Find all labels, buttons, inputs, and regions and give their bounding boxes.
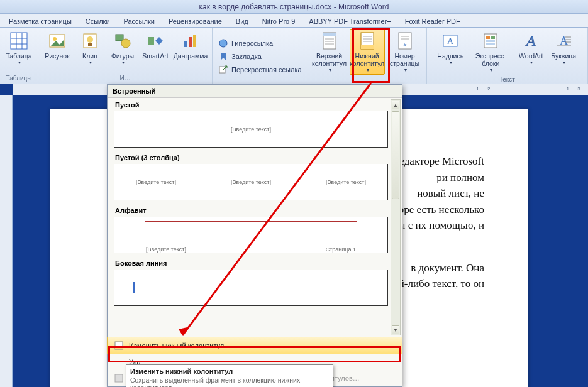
picture-button[interactable]: Рисунок bbox=[42, 29, 72, 62]
pagenum-button[interactable]: # Номер страницы▾ bbox=[387, 29, 423, 75]
quickparts-button[interactable]: Экспресс-блоки▾ bbox=[468, 29, 513, 75]
chevron-down-icon: ▾ bbox=[563, 60, 565, 65]
svg-rect-35 bbox=[486, 36, 490, 39]
option-alphabet[interactable]: [Введите текст] Страница 1 bbox=[114, 217, 388, 253]
dropcap-icon: A bbox=[553, 31, 574, 51]
option-blank[interactable]: [Введите текст] bbox=[114, 111, 388, 148]
tooltip-title: Изменить нижний колонтитул bbox=[130, 368, 329, 375]
picture-icon bbox=[47, 31, 67, 51]
svg-text:A: A bbox=[447, 36, 454, 46]
svg-point-6 bbox=[53, 37, 57, 41]
option-blank-3col[interactable]: [Введите текст] [Введите текст] [Введите… bbox=[114, 164, 388, 200]
chevron-down-icon: ▾ bbox=[89, 60, 92, 65]
header-button[interactable]: Верхний колонтитул▾ bbox=[312, 29, 347, 75]
textbox-icon: A bbox=[440, 31, 460, 51]
pagenum-icon: # bbox=[395, 31, 415, 51]
svg-rect-0 bbox=[11, 33, 27, 49]
scroll-up-icon[interactable]: ▲ bbox=[392, 101, 399, 109]
scroll-thumb[interactable] bbox=[392, 111, 399, 199]
svg-point-11 bbox=[121, 39, 130, 48]
group-text: A Надпись▾ Экспресс-блоки▾ A WordArt▾ A … bbox=[427, 28, 588, 84]
tooltip-body: Сохранить выделенный фрагмент в коллекци… bbox=[130, 376, 329, 387]
bookmark-icon bbox=[218, 52, 228, 62]
footer-icon bbox=[357, 31, 377, 51]
option-blank-title: Пустой bbox=[115, 101, 388, 109]
dropcap-button[interactable]: A Буквица▾ bbox=[548, 29, 579, 67]
chevron-down-icon: ▾ bbox=[367, 67, 369, 73]
svg-rect-17 bbox=[219, 67, 225, 73]
tab-view[interactable]: Вид bbox=[230, 15, 255, 27]
wordart-button[interactable]: A WordArt▾ bbox=[516, 29, 546, 67]
tab-mailings[interactable]: Рассылки bbox=[118, 15, 161, 27]
clip-icon bbox=[80, 31, 100, 51]
globe-link-icon bbox=[218, 38, 228, 48]
gallery-header: Встроенный bbox=[108, 85, 402, 98]
title-bar: как в ворде добавлять страницы.docx - Mi… bbox=[0, 0, 588, 14]
edit-footer-item[interactable]: Изменить нижний колонтитул bbox=[107, 337, 402, 354]
clip-button[interactable]: Клип▾ bbox=[75, 29, 105, 67]
tab-nitro[interactable]: Nitro Pro 9 bbox=[256, 15, 302, 27]
gallery-scrollbar[interactable]: ▲ ▼ bbox=[391, 99, 401, 335]
table-button[interactable]: Таблица▾ bbox=[4, 29, 34, 67]
crossref-button[interactable]: Перекрестная ссылка bbox=[216, 64, 304, 75]
quickparts-icon bbox=[480, 31, 501, 51]
svg-rect-46 bbox=[115, 347, 123, 349]
option-alphabet-title: Алфавит bbox=[115, 207, 388, 214]
scroll-down-icon[interactable]: ▼ bbox=[392, 325, 399, 334]
chevron-down-icon: ▾ bbox=[450, 60, 452, 65]
group-tables: Таблица▾ Таблицы bbox=[0, 28, 38, 84]
shapes-icon bbox=[113, 31, 133, 51]
remove-footer-icon bbox=[114, 357, 124, 367]
footer-button[interactable]: Нижний колонтитул▾ bbox=[350, 29, 385, 75]
textbox-button[interactable]: A Надпись▾ bbox=[435, 29, 465, 67]
group-label-text: Текст bbox=[431, 75, 584, 85]
ribbon-tabs: Разметка страницы Ссылки Рассылки Реценз… bbox=[0, 14, 588, 28]
svg-rect-37 bbox=[486, 40, 495, 42]
tab-review[interactable]: Рецензирование bbox=[162, 15, 228, 27]
svg-point-16 bbox=[219, 40, 227, 47]
chevron-down-icon: ▾ bbox=[404, 67, 407, 73]
chevron-down-icon: ▾ bbox=[490, 67, 492, 73]
svg-rect-10 bbox=[116, 35, 123, 41]
chevron-down-icon: ▾ bbox=[18, 60, 21, 65]
ribbon: Таблица▾ Таблицы Рисунок Клип▾ Фигуры▾ S… bbox=[0, 28, 588, 84]
table-icon bbox=[9, 31, 29, 51]
svg-text:#: # bbox=[403, 42, 406, 48]
group-links: Гиперссылка Закладка Перекрестная ссылка bbox=[213, 28, 308, 84]
svg-text:A: A bbox=[525, 33, 536, 49]
option-sideline-title: Боковая линия bbox=[115, 259, 388, 267]
crossref-icon bbox=[218, 65, 228, 75]
header-icon bbox=[319, 31, 340, 51]
edit-footer-icon bbox=[114, 341, 124, 351]
wordart-icon: A bbox=[521, 31, 541, 51]
svg-rect-13 bbox=[184, 41, 187, 47]
tab-abbyy[interactable]: ABBYY PDF Transformer+ bbox=[302, 15, 397, 27]
shapes-button[interactable]: Фигуры▾ bbox=[108, 29, 138, 67]
option-sideline[interactable] bbox=[114, 270, 388, 306]
group-header-footer: Верхний колонтитул▾ Нижний колонтитул▾ #… bbox=[308, 28, 427, 84]
tooltip: Изменить нижний колонтитул Сохранить выд… bbox=[126, 364, 333, 387]
svg-rect-47 bbox=[115, 374, 123, 382]
group-label-illus: И… bbox=[42, 74, 208, 84]
group-illustrations: Рисунок Клип▾ Фигуры▾ SmartArt Диаграмма… bbox=[38, 28, 213, 84]
chart-icon bbox=[180, 31, 201, 51]
window-title: как в ворде добавлять страницы.docx - Mi… bbox=[199, 3, 389, 11]
svg-rect-38 bbox=[486, 43, 495, 45]
tab-foxit[interactable]: Foxit Reader PDF bbox=[399, 15, 467, 27]
hyperlink-button[interactable]: Гиперссылка bbox=[216, 38, 275, 49]
svg-rect-14 bbox=[189, 37, 192, 47]
tab-page-layout[interactable]: Разметка страницы bbox=[3, 15, 78, 27]
svg-rect-15 bbox=[193, 35, 196, 47]
svg-text:A: A bbox=[560, 35, 568, 47]
ruler-vertical[interactable] bbox=[0, 95, 13, 387]
tab-references[interactable]: Ссылки bbox=[79, 15, 116, 27]
smartart-icon bbox=[145, 31, 165, 51]
bookmark-button[interactable]: Закладка bbox=[216, 51, 263, 62]
smartart-button[interactable]: SmartArt bbox=[140, 29, 170, 62]
chart-button[interactable]: Диаграмма bbox=[173, 29, 208, 62]
chevron-down-icon: ▾ bbox=[122, 60, 125, 65]
svg-rect-12 bbox=[148, 37, 154, 45]
chevron-down-icon: ▾ bbox=[329, 67, 331, 73]
svg-rect-36 bbox=[491, 36, 495, 39]
chevron-down-icon: ▾ bbox=[530, 60, 533, 65]
